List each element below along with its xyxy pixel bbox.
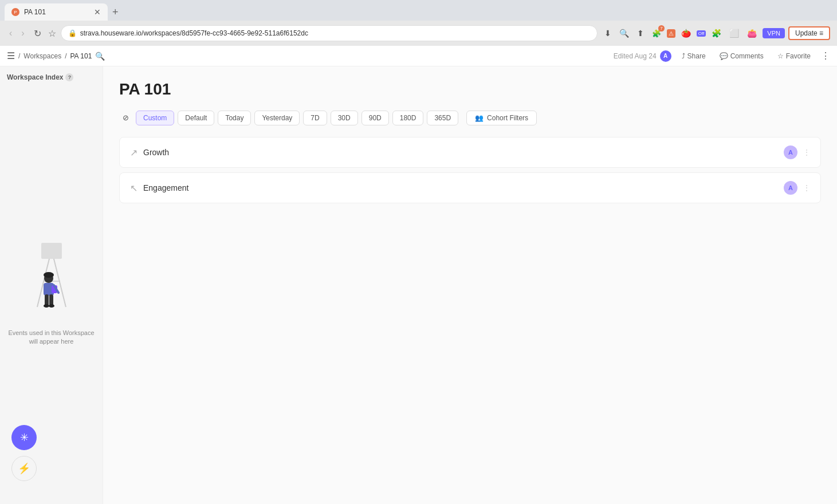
breadcrumb-bar: ☰ / Workspaces / PA 101 🔍 Edited Aug 24 … <box>0 46 837 66</box>
warning-ext-icon[interactable]: ⚠ <box>667 29 675 38</box>
svg-point-11 <box>49 304 54 308</box>
svg-point-5 <box>44 272 54 278</box>
back-button[interactable]: ‹ <box>7 26 14 41</box>
url-bar[interactable]: 🔒 strava.houseware.io/workspaces/8d5957f… <box>61 25 598 41</box>
breadcrumb-separator2: / <box>65 52 66 60</box>
tab-close-button[interactable]: ✕ <box>94 8 101 16</box>
custom-filter-button[interactable]: Custom <box>136 111 174 125</box>
ext-badge-button[interactable]: 🧩 7 <box>650 26 663 40</box>
sidebar-title: Workspace Index ? <box>7 73 73 81</box>
svg-rect-8 <box>45 294 49 306</box>
engagement-avatar: A <box>784 181 797 195</box>
content-area: PA 101 ⊘ Custom Default Today Yesterday … <box>103 66 837 504</box>
vpn-button[interactable]: VPN <box>763 28 785 38</box>
wallet-button[interactable]: 👛 <box>745 26 759 40</box>
breadcrumb-current: PA 101 <box>70 52 92 60</box>
primary-fab-button[interactable]: ✳ <box>11 425 37 450</box>
tab-title: PA 101 <box>24 8 89 16</box>
cohort-icon: 👥 <box>475 114 484 122</box>
growth-expand-icon: ⋮ <box>803 148 810 156</box>
edited-label: Edited Aug 24 <box>614 52 657 60</box>
forward-button[interactable]: › <box>19 26 26 41</box>
update-button[interactable]: Update ≡ <box>788 26 830 40</box>
workspace-search-button[interactable]: 🔍 <box>95 52 105 61</box>
breadcrumb-actions: Edited Aug 24 A ⤴ Share 💬 Comments ☆ Fav… <box>614 50 830 62</box>
secondary-fab-button[interactable]: ⚡ <box>11 456 37 481</box>
growth-section-row[interactable]: ↗ Growth A ⋮ <box>119 137 821 168</box>
toggle-ext-button[interactable]: Off <box>697 30 706 37</box>
app-container: ☰ / Workspaces / PA 101 🔍 Edited Aug 24 … <box>0 46 837 504</box>
svg-rect-9 <box>49 294 53 306</box>
engagement-icon: ↖ <box>130 183 137 194</box>
filter-toggle-button[interactable]: ⊘ <box>119 110 132 125</box>
download-button[interactable]: ⬇ <box>602 26 614 40</box>
url-text: strava.houseware.io/workspaces/8d5957fe-… <box>80 29 590 37</box>
search-page-button[interactable]: 🔍 <box>617 26 631 40</box>
share-icon: ⤴ <box>682 52 685 60</box>
puzzle-ext-button[interactable]: 🧩 <box>709 26 724 40</box>
tab-bar: P PA 101 ✕ + <box>0 0 837 21</box>
sidebar-empty-text: Events used in this Workspace will appea… <box>7 329 96 346</box>
favorite-button[interactable]: ☆ Favorite <box>774 50 814 62</box>
today-filter-button[interactable]: Today <box>218 111 251 125</box>
growth-avatar: A <box>784 145 797 159</box>
main-layout: Workspace Index ? <box>0 66 837 504</box>
breadcrumb-workspaces-link[interactable]: Workspaces <box>23 52 61 60</box>
svg-rect-3 <box>41 243 62 259</box>
lock-icon: 🔒 <box>68 29 77 37</box>
growth-label: Growth <box>143 148 778 157</box>
share-page-button[interactable]: ⬆ <box>635 26 646 40</box>
tomato-ext-button[interactable]: 🍅 <box>679 26 693 40</box>
hamburger-button[interactable]: ☰ <box>7 50 15 61</box>
ext-badge: 7 <box>658 25 664 32</box>
growth-icon: ↗ <box>130 147 137 158</box>
split-view-button[interactable]: ⬜ <box>727 26 741 40</box>
engagement-label: Engagement <box>143 183 778 192</box>
comments-button[interactable]: 💬 Comments <box>716 50 767 62</box>
refresh-button[interactable]: ↻ <box>32 26 44 41</box>
engagement-expand-icon: ⋮ <box>803 184 810 192</box>
address-bar: ‹ › ↻ ☆ 🔒 strava.houseware.io/workspaces… <box>0 21 837 46</box>
empty-state-illustration <box>23 233 80 324</box>
new-tab-button[interactable]: + <box>108 6 123 18</box>
180d-filter-button[interactable]: 180D <box>392 111 424 125</box>
tab-favicon: P <box>11 8 19 16</box>
breadcrumb-separator: / <box>18 52 20 60</box>
fab-container: ✳ ⚡ <box>11 425 37 481</box>
default-filter-button[interactable]: Default <box>178 111 214 125</box>
engagement-section-row[interactable]: ↖ Engagement A ⋮ <box>119 172 821 203</box>
page-title: PA 101 <box>119 80 821 99</box>
30d-filter-button[interactable]: 30D <box>331 111 358 125</box>
active-tab[interactable]: P PA 101 ✕ <box>5 3 108 21</box>
365d-filter-button[interactable]: 365D <box>427 111 458 125</box>
edited-info: Edited Aug 24 A <box>614 50 671 62</box>
browser-actions: ⬇ 🔍 ⬆ 🧩 7 ⚠ 🍅 Off 🧩 ⬜ 👛 VPN Update ≡ <box>602 26 830 40</box>
sections-list: ↗ Growth A ⋮ ↖ Engagement A ⋮ <box>119 137 821 203</box>
share-button[interactable]: ⤴ Share <box>678 50 709 62</box>
comments-icon: 💬 <box>720 52 728 60</box>
bookmark-button[interactable]: ☆ <box>48 28 56 39</box>
more-options-button[interactable]: ⋮ <box>821 50 830 61</box>
yesterday-filter-button[interactable]: Yesterday <box>254 111 300 125</box>
svg-point-10 <box>44 304 49 308</box>
editor-avatar: A <box>660 50 671 62</box>
filter-bar: ⊘ Custom Default Today Yesterday 7D 30D … <box>119 110 821 125</box>
7d-filter-button[interactable]: 7D <box>303 111 327 125</box>
star-icon: ☆ <box>777 52 784 60</box>
90d-filter-button[interactable]: 90D <box>361 111 389 125</box>
help-icon[interactable]: ? <box>65 73 73 81</box>
cohort-filters-button[interactable]: 👥 Cohort Filters <box>466 111 537 125</box>
